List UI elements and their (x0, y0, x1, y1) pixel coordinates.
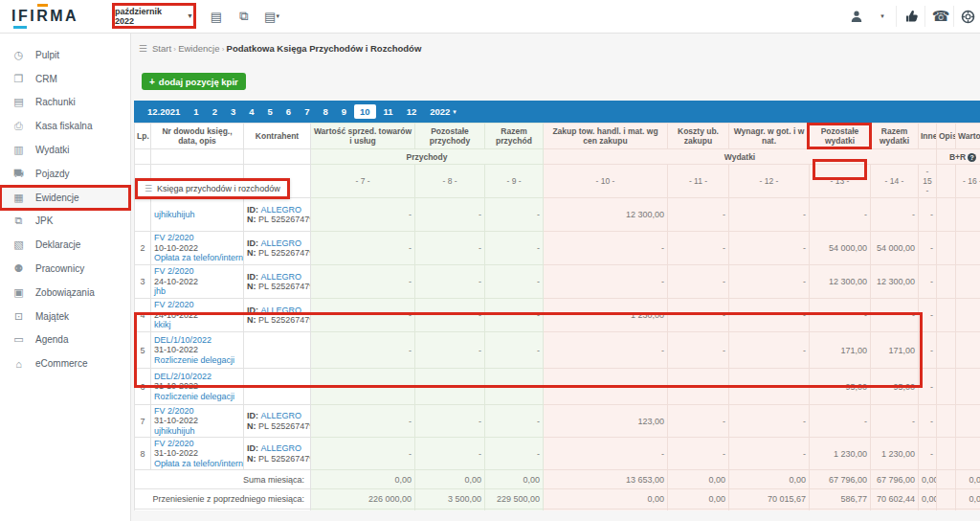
row-number: 3 (135, 265, 151, 299)
document-number-link[interactable]: FV 2/2020 (154, 266, 240, 277)
sidebar-item-jpk[interactable]: ⧉JPK (0, 210, 130, 234)
year-dropdown[interactable]: 2022▾ (424, 104, 462, 119)
sidebar-item-pulpit[interactable]: ◷Pulpit (0, 43, 130, 67)
help-button[interactable] (957, 7, 978, 26)
summary-label: Razem od początku roku: (135, 510, 311, 511)
user-menu-caret[interactable]: ▾ (877, 7, 888, 26)
breadcrumb-menu-icon[interactable]: ☰ (139, 43, 147, 54)
document-number-link[interactable]: FV 2/2020 (154, 233, 240, 243)
document-description-link[interactable]: jhb (154, 286, 240, 297)
month-tab-2[interactable]: 2 (207, 104, 223, 119)
col-number: - 10 - (544, 165, 668, 198)
col-number: - 12 - (729, 165, 810, 198)
document-description-link[interactable]: ujhikuhijuh (154, 426, 240, 437)
contact-button[interactable]: ☎ (930, 7, 951, 26)
value-cell: - (729, 232, 810, 265)
document-cell: FV 2/202024-10-2022kkikj (151, 299, 244, 332)
month-tab-1[interactable]: 1 (188, 104, 204, 119)
col-header: Razem wydatki (871, 124, 919, 149)
feedback-button[interactable] (902, 7, 923, 26)
document-description-link[interactable]: Opłata za telefon/internet (154, 459, 240, 469)
sidebar-item-label: Ewidencje (35, 193, 79, 203)
document-number-link[interactable]: DEL/2/10/2022 (154, 372, 240, 382)
sidebar-item-rachunki[interactable]: ▤Rachunki (0, 91, 130, 115)
kontrahent-nip-label: N: (247, 315, 258, 325)
value-cell: - (544, 265, 668, 299)
value-cell: - (919, 198, 937, 232)
table-row: 4FV 2/202024-10-2022kkikjID: ALLEGRON: P… (135, 299, 980, 332)
kontrahent-nip-value: PL 5252674798 (258, 315, 311, 325)
month-tab-5[interactable]: 5 (262, 104, 278, 119)
kontrahent-name-link[interactable]: ALLEGRO (261, 443, 302, 453)
group-header-br: B+R? (937, 149, 980, 165)
sidebar-item-label: Rachunki (35, 97, 76, 107)
user-menu-button[interactable] (846, 7, 867, 26)
month-tab-8[interactable]: 8 (317, 104, 333, 119)
document-description-link[interactable]: Rozliczenie delegacji (154, 392, 240, 402)
document-number-link[interactable]: FV 2/2020 (154, 406, 240, 417)
kontrahent-name-link[interactable]: ALLEGRO (261, 205, 302, 215)
value-cell: - (729, 299, 810, 332)
document-number-link[interactable]: FV 2/2020 (154, 439, 240, 449)
kontrahent-name-link[interactable]: ALLEGRO (261, 411, 302, 420)
month-tab-12[interactable]: 12 (401, 104, 423, 119)
kontrahent-name-link[interactable]: ALLEGRO (261, 272, 302, 282)
summary-value-cell: 13 653,00 (544, 510, 668, 511)
document-description-link[interactable]: Opłata za telefon/internet (154, 253, 240, 263)
month-tab-7[interactable]: 7 (299, 104, 315, 119)
help-icon[interactable]: ? (968, 153, 976, 162)
copy-add-icon: ⧉ (239, 9, 248, 24)
sidebar-item-crm[interactable]: ❐CRM (0, 67, 130, 91)
copy-add-icon-button[interactable]: ⧉ (234, 7, 255, 26)
month-tab-4[interactable]: 4 (243, 104, 259, 119)
month-tab-prev-year[interactable]: 12.2021 (142, 104, 186, 119)
document-date: 31-10-2022 (154, 448, 240, 459)
sidebar-item-pojazdy[interactable]: ⛟Pojazdy (0, 162, 130, 186)
table-row: 6DEL/2/10/202231-10-2022Rozliczenie dele… (135, 369, 980, 405)
summary-value-cell: 0,00 (919, 510, 937, 511)
breadcrumb-link[interactable]: Start (152, 43, 171, 54)
sidebar-item-label: Pracownicy (35, 263, 84, 274)
sidebar-item-agenda[interactable]: ▭Agenda (0, 328, 130, 352)
ledger-context-menu-item[interactable]: ☰ Księga przychodów i rozchodów (135, 178, 290, 199)
month-selector[interactable]: październik 2022 ▼ (112, 3, 196, 29)
document-number-link[interactable]: FV 2/2020 (154, 300, 240, 310)
documents-menu-icon-button[interactable]: ▤▾ (261, 7, 282, 26)
value-cell: - (544, 369, 668, 405)
summary-value-cell: 0,00 (311, 470, 415, 489)
document-description-link[interactable]: Rozliczenie delegacji (154, 355, 240, 366)
month-tab-6[interactable]: 6 (280, 104, 297, 119)
group-header-br-label: B+R (949, 152, 966, 162)
sidebar-item-label: Kasa fiskalna (35, 121, 92, 131)
kontrahent-name-link[interactable]: ALLEGRO (261, 238, 302, 248)
value-cell: - (668, 299, 729, 332)
document-description-link[interactable]: ujhikuhijuh (154, 210, 240, 220)
sidebar-item-wydatki[interactable]: ▥Wydatki (0, 138, 130, 162)
summary-value-cell: 0,00 (729, 470, 810, 489)
br-opis-cell (937, 369, 956, 405)
month-tab-3[interactable]: 3 (225, 104, 241, 119)
sidebar-item-kasa-fiskalna[interactable]: ⎙Kasa fiskalna (0, 114, 130, 138)
value-cell: - (311, 299, 415, 332)
sidebar-item-maj-tek[interactable]: ⊡Majątek (0, 305, 130, 328)
month-tab-10[interactable]: 10 (354, 104, 376, 119)
ecommerce-icon: ⌂ (12, 358, 25, 370)
kontrahent-name-link[interactable]: ALLEGRO (261, 306, 302, 315)
document-cell: FV 2/202024-10-2022jhb (151, 265, 244, 299)
sidebar-item-deklaracje[interactable]: ▧Deklaracje (0, 233, 130, 257)
breadcrumb-link[interactable]: Ewidencje (178, 43, 219, 54)
col-number: - 15 - (919, 165, 937, 198)
logo-text: IFIRMA (11, 8, 78, 24)
invoice-shortcut-icon-button[interactable]: ▤ (206, 7, 227, 26)
sidebar-item-pracownicy[interactable]: ⚉Pracownicy (0, 257, 130, 281)
add-kpir-entry-button[interactable]: + dodaj pozycję kpir (142, 73, 246, 90)
document-number-link[interactable]: DEL/1/10/2022 (154, 335, 240, 346)
document-description-link[interactable]: kkikj (154, 320, 240, 330)
month-tab-11[interactable]: 11 (378, 104, 399, 119)
value-cell: - (668, 232, 729, 265)
month-tab-9[interactable]: 9 (336, 104, 352, 119)
sidebar-item-zobowi-zania[interactable]: ▣Zobowiązania (0, 281, 130, 305)
kontrahent-id-line: ID: ALLEGRO (247, 443, 307, 454)
sidebar-item-ecommerce[interactable]: ⌂eCommerce (0, 351, 130, 375)
sidebar-item-ewidencje[interactable]: ▦Ewidencje (0, 186, 130, 210)
